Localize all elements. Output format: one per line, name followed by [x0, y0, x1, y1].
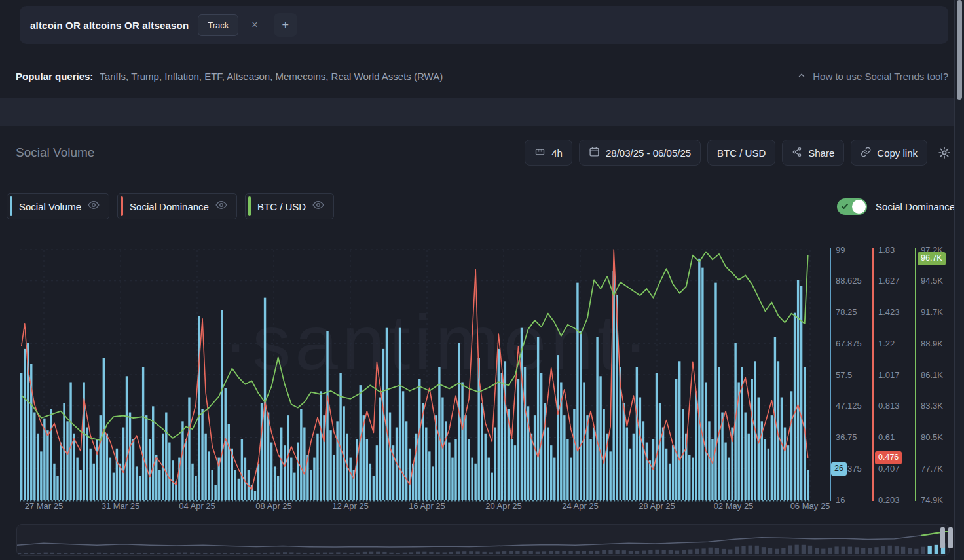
chart-plot-area[interactable]: ·santiment· 9988.62578.2567.87557.547.12…: [0, 236, 964, 514]
check-icon: [841, 202, 849, 210]
minimap-volume-bar: [808, 546, 812, 554]
panel-header: Social Volume 4h 28/03/25 - 06/05/25 BTC…: [16, 138, 955, 167]
legend-chip-btc-usd[interactable]: BTC / USD: [245, 193, 334, 219]
popular-queries-links[interactable]: Tariffs, Trump, Inflation, ETF, Altseaso…: [100, 71, 443, 82]
volume-bar: [649, 460, 651, 500]
social-dominance-toggle[interactable]: [837, 198, 867, 215]
price-axis-tick-label: 94.5K: [921, 276, 943, 286]
volume-bar: [425, 428, 427, 500]
share-label: Share: [808, 147, 834, 159]
x-axis-label: 28 Apr 25: [639, 501, 675, 511]
minimap-volume-bar: [496, 552, 500, 554]
help-link[interactable]: How to use Social Trends tool?: [797, 71, 948, 82]
volume-bar: [451, 458, 453, 500]
volume-bar: [764, 439, 766, 500]
minimap-volume-bar: [243, 553, 247, 554]
volume-bar: [563, 415, 565, 500]
eye-icon[interactable]: [215, 199, 227, 214]
volume-bar: [389, 413, 391, 500]
volume-bar: [566, 439, 568, 500]
minimap-volume-bar: [722, 549, 726, 554]
date-range-button[interactable]: 28/03/25 - 06/05/25: [579, 140, 701, 166]
query-token[interactable]: altcoin OR altcoins OR altseason Track ×: [28, 14, 265, 36]
volume-bar: [191, 464, 193, 500]
volume-bar: [244, 458, 246, 500]
settings-gear-icon[interactable]: [934, 146, 955, 159]
minimap-volume-bar: [37, 553, 41, 554]
volume-bar: [642, 421, 644, 500]
interval-button[interactable]: 4h: [525, 140, 572, 166]
volume-bar: [136, 466, 138, 500]
scrollbar-thumb[interactable]: [957, 0, 962, 100]
pair-label: BTC / USD: [717, 147, 766, 159]
minimap-volume-bar: [17, 553, 21, 554]
pause-icon[interactable]: [938, 525, 955, 551]
minimap-volume-bar: [203, 553, 207, 554]
minimap-volume-bar: [190, 553, 194, 554]
minimap-volume-bar: [608, 550, 612, 554]
volume-bar: [599, 376, 601, 500]
volume-bar: [53, 464, 55, 500]
social-volume-color-bar: [10, 196, 12, 216]
volume-bar: [103, 358, 105, 500]
remove-query-icon[interactable]: ×: [248, 19, 261, 31]
minimap-volume-bar: [456, 551, 460, 554]
volume-bar: [257, 464, 259, 500]
minimap-volume-bar: [589, 551, 593, 554]
minimap-volume-bar: [123, 553, 127, 554]
volume-bar: [316, 434, 318, 500]
volume-bar: [623, 403, 625, 500]
legend-chip-social-volume[interactable]: Social Volume: [7, 193, 109, 219]
add-query-button[interactable]: +: [274, 13, 297, 37]
legend-chip-social-dominance[interactable]: Social Dominance: [117, 193, 237, 219]
volume-bar: [629, 449, 631, 500]
price-axis-tick-label: 74.9K: [921, 495, 943, 505]
x-axis-label: 12 Apr 25: [332, 501, 369, 511]
eye-icon[interactable]: [312, 199, 324, 214]
minimap-volume-bar: [170, 553, 174, 554]
track-button[interactable]: Track: [198, 14, 238, 36]
volume-bar: [106, 434, 108, 500]
volume-bar: [675, 379, 677, 500]
volume-bar: [530, 434, 532, 500]
minimap-volume-bar: [409, 552, 413, 554]
minimap-volume-bar: [848, 547, 852, 554]
volume-bar: [293, 473, 295, 500]
minimap-volume-bar: [562, 551, 566, 554]
minimap-volume-bar: [688, 550, 692, 554]
interval-icon: [534, 147, 546, 159]
volume-bar: [441, 398, 443, 500]
volume-bar: [501, 373, 503, 500]
minimap-volume-bar: [709, 548, 713, 554]
search-bar[interactable]: altcoin OR altcoins OR altseason Track ×…: [20, 6, 948, 44]
social-dominance-line: [22, 250, 808, 489]
share-button[interactable]: Share: [782, 140, 844, 166]
chart-minimap[interactable]: [16, 524, 950, 556]
volume-bar: [238, 479, 240, 500]
minimap-volume-bar: [64, 553, 67, 554]
volume-bar: [514, 445, 516, 500]
minimap-volume-bar: [861, 548, 865, 554]
volume-bar: [797, 280, 799, 500]
volume-bar: [195, 476, 196, 500]
volume-bar: [432, 466, 434, 500]
pair-button[interactable]: BTC / USD: [707, 140, 775, 166]
volume-bar: [593, 428, 595, 500]
x-axis-label: 20 Apr 25: [485, 501, 522, 511]
minimap-volume-bar: [90, 553, 94, 554]
volume-bar: [339, 373, 341, 500]
volume-axis-tick-label: 88.625: [836, 276, 862, 286]
minimap-canvas: [17, 525, 948, 554]
minimap-volume-bar: [117, 553, 120, 554]
eye-icon[interactable]: [88, 199, 100, 214]
minimap-volume-bar: [908, 548, 912, 554]
minimap-volume-bar: [469, 551, 473, 554]
volume-bar: [129, 413, 131, 500]
minimap-volume-bar: [868, 548, 872, 554]
minimap-volume-bar: [163, 553, 167, 554]
copy-link-button[interactable]: Copy link: [851, 140, 927, 166]
minimap-volume-bar: [336, 552, 340, 554]
volume-bar: [639, 398, 641, 500]
minimap-volume-bar: [881, 546, 885, 554]
volume-bar: [464, 415, 466, 500]
